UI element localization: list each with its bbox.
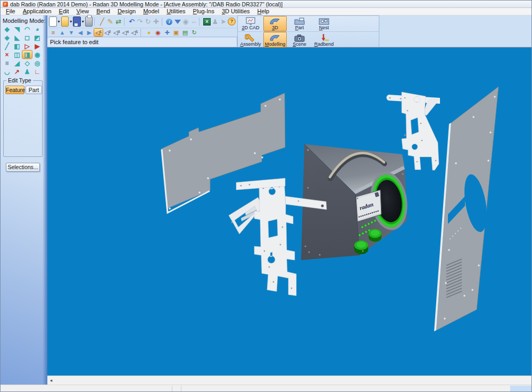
part-flat-icon[interactable]: ◆ xyxy=(2,25,12,33)
app-icon: r xyxy=(3,2,8,7)
mode-button-radbend[interactable]: Radbend xyxy=(312,32,336,48)
inspect-feature-icon[interactable]: ◉ xyxy=(32,51,42,59)
move-down-button[interactable]: ▼ xyxy=(67,29,76,36)
window-title: dab Radio (Radan 2014 Demo) - Radan 3D M… xyxy=(10,1,282,7)
title-bar: r dab Radio (Radan 2014 Demo) - Radan 3D… xyxy=(1,1,531,8)
repeat-button[interactable]: ↻ xyxy=(144,16,152,27)
pick-tool-button[interactable]: ➤ xyxy=(220,16,227,27)
scroll-left-icon[interactable]: ◂ xyxy=(47,378,55,383)
toolbar-main: ▾▾▾╱✎⇄↶↷↻✚◉⇔♟➤ xyxy=(47,15,237,28)
selections-button[interactable]: Selections... xyxy=(6,163,40,172)
horizontal-scrollbar[interactable]: ◂ xyxy=(47,376,532,385)
edit-pen-button[interactable]: ✎ xyxy=(106,16,114,27)
snap-button[interactable]: ◉ xyxy=(182,16,189,27)
save-dropdown[interactable]: ▾ xyxy=(81,16,85,27)
open-dropdown[interactable]: ▾ xyxy=(69,16,72,27)
menu-model[interactable]: Model xyxy=(139,8,163,15)
mode-button-3d[interactable]: 3D xyxy=(263,16,287,31)
mode-button-modelling[interactable]: Modelling xyxy=(263,32,287,48)
part-front-panel[interactable] xyxy=(434,87,498,331)
shade-button[interactable]: ● xyxy=(145,29,153,36)
spacing-button[interactable]: ⇔ xyxy=(190,16,197,27)
2d-cad-icon xyxy=(245,17,256,26)
flange-icon[interactable]: ◩ xyxy=(32,34,42,41)
mode-button-nest[interactable]: Nest xyxy=(312,16,336,31)
select-level-2-button[interactable]: ◁² xyxy=(103,29,112,36)
assembly-wrench-icon xyxy=(245,34,256,42)
part-form-icon[interactable]: ◕ xyxy=(32,25,42,33)
feature-tree-icon[interactable]: ≡ xyxy=(2,59,12,67)
menu-help[interactable]: Help xyxy=(254,8,273,15)
menu-plugins[interactable]: Plug-Ins xyxy=(189,8,218,15)
undo-button[interactable]: ↶ xyxy=(128,16,135,27)
new-dropdown[interactable]: ▾ xyxy=(57,16,61,27)
save-button[interactable] xyxy=(73,16,81,27)
move-left-button[interactable]: ◀ xyxy=(76,29,85,36)
edit-type-part-button[interactable]: Part xyxy=(26,86,42,94)
menu-3d-utilities[interactable]: 3D Utilities xyxy=(218,8,254,15)
form-tool-icon[interactable]: ◎ xyxy=(32,59,42,67)
replace-sheet-button[interactable]: ⇄ xyxy=(115,16,122,27)
help-button[interactable] xyxy=(228,16,236,27)
select-level-3-button[interactable]: ◁³ xyxy=(112,29,121,36)
mode-button-part[interactable]: Part xyxy=(288,16,311,31)
new-button[interactable] xyxy=(49,16,57,27)
export-doc-button[interactable]: ▤ xyxy=(181,29,189,36)
menu-application[interactable]: Application xyxy=(19,8,55,15)
select-level-5-button[interactable]: ◁⁵ xyxy=(130,29,139,36)
menu-design[interactable]: Design xyxy=(114,8,139,15)
corner-triangle-icon[interactable]: ◣ xyxy=(12,34,22,41)
pan-button[interactable]: ✚ xyxy=(163,29,171,36)
excel-export-button[interactable] xyxy=(203,16,211,27)
scene-camera-icon xyxy=(294,34,305,42)
draw-line-button[interactable]: ╱ xyxy=(98,16,106,27)
bend-curve-icon[interactable]: ◠ xyxy=(22,25,32,33)
status-divider-cell xyxy=(172,386,181,392)
tube-icon[interactable]: ╱ xyxy=(2,42,12,50)
box-wireframe-icon[interactable]: ◻ xyxy=(22,34,32,41)
export-feature-icon[interactable]: ▷ xyxy=(22,42,32,50)
redo-button[interactable]: ↷ xyxy=(136,16,144,27)
menu-bend[interactable]: Bend xyxy=(93,8,114,15)
separator xyxy=(124,18,126,26)
3d-viewport[interactable]: radan xyxy=(47,47,532,376)
part-bend-icon[interactable]: ◥ xyxy=(12,25,22,33)
refresh-button[interactable]: ↻ xyxy=(190,29,198,36)
bend-angle-icon[interactable]: ∟ xyxy=(32,68,42,76)
mode-button-assembly[interactable]: Assembly xyxy=(239,32,262,48)
move-button[interactable]: ✚ xyxy=(152,16,160,27)
select-level-4-button[interactable]: ◁⁴ xyxy=(121,29,130,36)
feature-list-button[interactable]: ≡ xyxy=(49,29,57,36)
open-button[interactable] xyxy=(61,16,69,27)
delete-feature-icon[interactable]: × xyxy=(2,51,12,59)
copy-part-button[interactable]: ▣ xyxy=(172,29,180,36)
modelling-mode-label: Modelling Mode: xyxy=(1,15,47,25)
edit-type-feature-button[interactable]: Feature xyxy=(5,86,24,94)
cylinder-insert-icon[interactable]: ◧ xyxy=(12,42,22,50)
move-up-button[interactable]: ▲ xyxy=(58,29,66,36)
select-level-1-button[interactable]: ◁¹ xyxy=(94,29,103,36)
punch-icon[interactable]: ◇ xyxy=(22,59,32,67)
knob-lower xyxy=(354,240,368,254)
menu-utilities[interactable]: Utilities xyxy=(163,8,189,15)
duplicate-feature-icon[interactable]: ◫ xyxy=(12,51,22,59)
info-button[interactable] xyxy=(165,16,173,27)
import-feature-icon[interactable]: ▶ xyxy=(32,42,42,50)
corner-relief-icon[interactable]: ◢ xyxy=(12,59,22,67)
edit-feature-icon[interactable]: ◨ xyxy=(22,51,32,59)
bend-up-icon[interactable]: ↗ xyxy=(12,68,22,76)
unfold-icon[interactable]: ◈ xyxy=(2,34,12,41)
mannequin-button[interactable]: ♟ xyxy=(211,16,219,27)
move-right-button[interactable]: ▶ xyxy=(85,29,94,36)
filter-button[interactable] xyxy=(173,16,181,27)
edit-type-label: Edit Type xyxy=(6,77,33,84)
figure-icon[interactable]: ♟ xyxy=(22,68,32,76)
menu-edit[interactable]: Edit xyxy=(55,8,73,15)
menu-view[interactable]: View xyxy=(73,8,93,15)
target-button[interactable]: ◉ xyxy=(154,29,162,36)
menu-file[interactable]: File xyxy=(2,8,19,15)
print-button[interactable] xyxy=(85,16,93,27)
mode-button-scene[interactable]: Scene xyxy=(288,32,311,48)
sketch-icon[interactable]: ◡ xyxy=(2,68,12,76)
mode-button-2d-cad[interactable]: 2D CAD xyxy=(239,16,262,31)
